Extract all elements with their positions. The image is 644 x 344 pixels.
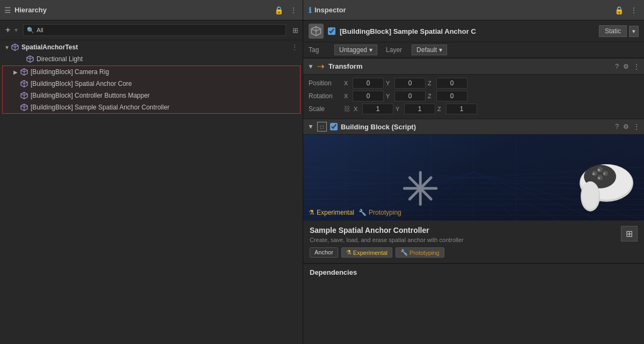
static-dropdown[interactable]: ▾: [629, 26, 639, 37]
script-banner: A B Y X ⚗ Experimental 🔧 Pr: [303, 135, 644, 221]
object-active-checkbox[interactable]: [328, 27, 335, 35]
transform-section-icons: ? ⚙ ⋮: [615, 63, 640, 70]
position-axis-group: X Y Z: [344, 78, 639, 89]
controller-svg: A B Y X: [537, 140, 633, 215]
rotation-x-input[interactable]: [353, 91, 384, 101]
scale-z-input[interactable]: [446, 104, 477, 114]
script-active-checkbox[interactable]: [330, 123, 338, 130]
tree-item-camera-rig[interactable]: ▶ [BuildingBlock] Camera Rig: [3, 66, 300, 78]
inspector-lock-icon[interactable]: 🔒: [613, 5, 625, 16]
inspector-header: ℹ Inspector 🔒 ⋮: [303, 0, 644, 20]
tag-label: Tag: [309, 46, 330, 54]
layer-dropdown[interactable]: Default ▾: [412, 45, 447, 55]
wrench-icon: 🔧: [358, 209, 367, 216]
scale-z-label: Z: [437, 106, 444, 112]
rotation-label: Rotation: [309, 92, 341, 100]
selection-group: ▶ [BuildingBlock] Camera Rig: [2, 65, 301, 114]
position-y-label: Y: [386, 80, 392, 86]
sac-icon: [20, 79, 28, 88]
inspector-title-label: Inspector: [314, 6, 346, 14]
script-settings-icon[interactable]: ⚙: [623, 123, 629, 130]
svg-text:X: X: [598, 177, 600, 180]
layer-value: Default: [416, 46, 437, 54]
camera-rig-label: [BuildingBlock] Camera Rig: [31, 68, 109, 76]
lock-icon[interactable]: 🔒: [273, 5, 284, 16]
inspector-body: [BuildingBlock] Sample Spatial Anchor C …: [303, 20, 644, 344]
transform-settings-icon[interactable]: ⚙: [623, 63, 629, 70]
add-button[interactable]: +: [3, 24, 12, 36]
scale-x-input[interactable]: [362, 104, 393, 114]
info-title: Sample Spatial Anchor Controller: [310, 226, 617, 235]
svg-text:A: A: [592, 172, 595, 175]
transform-title: Transform: [328, 62, 612, 70]
directional-light-label: Directional Light: [36, 55, 83, 63]
scale-y-input[interactable]: [404, 104, 435, 114]
transform-icon: ⇢: [317, 61, 324, 71]
root-context-btn[interactable]: ⋮: [291, 43, 298, 52]
sac-label: [BuildingBlock] Spatial Anchor Core: [31, 80, 132, 87]
scale-link-icon: ⛓: [344, 105, 350, 113]
rotation-axis-group: X Y Z: [344, 91, 639, 101]
search-bar[interactable]: 🔍: [23, 24, 286, 36]
experimental-tag-icon: ⚗: [346, 249, 352, 256]
info-text: Sample Spatial Anchor Controller Create,…: [310, 226, 617, 247]
object-icon: [309, 24, 324, 39]
directional-light-icon: [26, 55, 34, 63]
layer-label: Layer: [386, 46, 407, 54]
search-icon: 🔍: [27, 27, 34, 34]
tree-item-root[interactable]: ▼ SpatialAnchorTest ⋮: [0, 41, 303, 53]
position-row: Position X Y Z: [309, 77, 639, 90]
rotation-y-label: Y: [386, 93, 392, 99]
rotation-z-input[interactable]: [436, 91, 467, 101]
open-grid-button[interactable]: ⊞: [621, 226, 638, 241]
info-icon: ℹ: [309, 6, 311, 14]
rotation-y-input[interactable]: [394, 91, 426, 101]
transform-help-icon[interactable]: ?: [615, 63, 619, 70]
position-z-input[interactable]: [436, 78, 467, 89]
inspector-more-icon[interactable]: ⋮: [629, 5, 639, 16]
transform-arrow: ▼: [308, 63, 314, 70]
experimental-badge: ⚗ Experimental: [309, 209, 354, 216]
search-input[interactable]: [36, 27, 282, 33]
script-title: Building Block (Script): [341, 123, 612, 131]
inspector-panel: ℹ Inspector 🔒 ⋮ [BuildingBlock] Sample S…: [303, 0, 644, 344]
position-label: Position: [309, 79, 341, 87]
banner-badges: ⚗ Experimental 🔧 Prototyping: [309, 209, 401, 216]
tag-dropdown[interactable]: Untagged ▾: [334, 45, 377, 55]
tree-item-spatial-anchor-core[interactable]: [BuildingBlock] Spatial Anchor Core: [3, 78, 300, 90]
hierarchy-header-left: ☰ Hierarchy: [4, 6, 47, 14]
position-x-label: X: [344, 80, 350, 86]
camera-rig-arrow: ▶: [13, 69, 20, 75]
script-icon: □: [317, 122, 327, 131]
tree-item-sample-spatial[interactable]: [BuildingBlock] Sample Spatial Anchor Co…: [3, 101, 300, 113]
prototyping-badge: 🔧 Prototyping: [358, 209, 401, 216]
anchor-tag[interactable]: Anchor: [310, 247, 338, 258]
more-icon[interactable]: ⋮: [289, 5, 298, 16]
experimental-icon: ⚗: [309, 209, 314, 216]
info-desc: Create, save, load, and erase spatial an…: [310, 237, 617, 243]
inspector-header-icons: 🔒 ⋮: [613, 5, 639, 16]
script-help-icon[interactable]: ?: [615, 123, 619, 130]
scale-x-label: X: [354, 106, 360, 112]
layer-dropdown-arrow: ▾: [439, 46, 442, 54]
ss-label: [BuildingBlock] Sample Spatial Anchor Co…: [31, 104, 170, 111]
transform-more-icon[interactable]: ⋮: [633, 63, 640, 70]
scale-label: Scale: [309, 105, 341, 113]
info-row: Sample Spatial Anchor Controller Create,…: [310, 226, 638, 247]
dependencies-header: Dependencies: [303, 264, 644, 279]
position-x-input[interactable]: [353, 78, 384, 89]
tree-item-controller-buttons[interactable]: [BuildingBlock] Controller Buttons Mappe…: [3, 90, 300, 101]
object-header: [BuildingBlock] Sample Spatial Anchor C …: [303, 20, 644, 42]
script-section: ▼ □ Building Block (Script) ? ⚙ ⋮: [303, 119, 644, 279]
position-y-input[interactable]: [394, 78, 426, 89]
inspector-title-group: ℹ Inspector: [309, 6, 346, 14]
script-section-icons: ? ⚙ ⋮: [615, 123, 640, 130]
script-more-icon[interactable]: ⋮: [633, 123, 640, 130]
cb-label: [BuildingBlock] Controller Buttons Mappe…: [31, 92, 150, 99]
tag-layer-row: Tag Untagged ▾ Layer Default ▾: [303, 42, 644, 58]
tree-item-directional-light[interactable]: Directional Light: [0, 53, 303, 65]
scale-row: Scale ⛓ X Y Z: [309, 103, 639, 115]
scene-view-icon[interactable]: ⊞: [291, 25, 299, 35]
rotation-x-label: X: [344, 93, 350, 99]
static-button[interactable]: Static: [599, 25, 627, 37]
